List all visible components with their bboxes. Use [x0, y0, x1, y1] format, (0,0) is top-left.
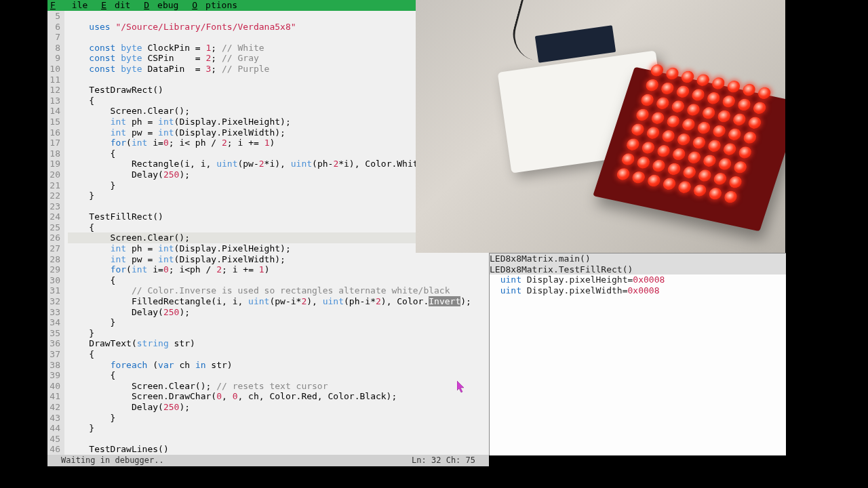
menu-options[interactable]: Options: [192, 0, 237, 10]
menu-debug[interactable]: Debug: [144, 0, 178, 10]
line-gutter: 5678910111213141516171819202122232425262…: [47, 11, 64, 455]
debug-line[interactable]: uint Display.pixelWidth=0x0008: [490, 285, 786, 296]
debug-line[interactable]: uint Display.pixelHeight=0x0008: [490, 274, 786, 285]
code-line[interactable]: for(int i=0; i<ph / 2; i += 1): [68, 264, 489, 275]
code-line[interactable]: {: [68, 370, 489, 381]
code-line[interactable]: foreach (var ch in str): [68, 360, 489, 371]
code-line[interactable]: DrawText(string str): [68, 338, 489, 349]
status-message: Waiting in debugger..: [61, 455, 164, 466]
code-line[interactable]: {: [68, 349, 489, 360]
code-line[interactable]: Screen.DrawChar(0, 0, ch, Color.Red, Col…: [68, 391, 489, 402]
hardware-photo: [416, 0, 785, 253]
code-line[interactable]: }: [68, 423, 489, 434]
debug-panel[interactable]: LED8x8Matrix.main()LED8x8Matrix.TestFill…: [489, 253, 786, 455]
code-line[interactable]: Screen.Clear(); // resets text cursor: [68, 381, 489, 392]
code-line[interactable]: // Color.Inverse is used so rectangles a…: [68, 285, 489, 296]
code-line[interactable]: }: [68, 328, 489, 339]
code-line[interactable]: Delay(250);: [68, 402, 489, 413]
status-bar: Waiting in debugger.. Ln: 32 Ch: 75: [47, 455, 489, 466]
code-line[interactable]: }: [68, 413, 489, 424]
code-line[interactable]: }: [68, 317, 489, 328]
cursor-position: Ln: 32 Ch: 75: [412, 455, 475, 466]
code-line[interactable]: int pw = int(Display.PixelWidth);: [68, 254, 489, 265]
debug-line[interactable]: LED8x8Matrix.main(): [490, 253, 786, 264]
code-line[interactable]: {: [68, 275, 489, 286]
menu-edit[interactable]: Edit: [101, 0, 130, 10]
menu-file[interactable]: File: [50, 0, 87, 10]
code-line[interactable]: [68, 434, 489, 445]
code-line[interactable]: FilledRectangle(i, i, uint(pw-i*2), uint…: [68, 296, 489, 307]
code-line[interactable]: Delay(250);: [68, 307, 489, 318]
debug-line[interactable]: LED8x8Matrix.TestFillRect(): [490, 264, 786, 275]
code-line[interactable]: TestDrawLines(): [68, 444, 489, 455]
